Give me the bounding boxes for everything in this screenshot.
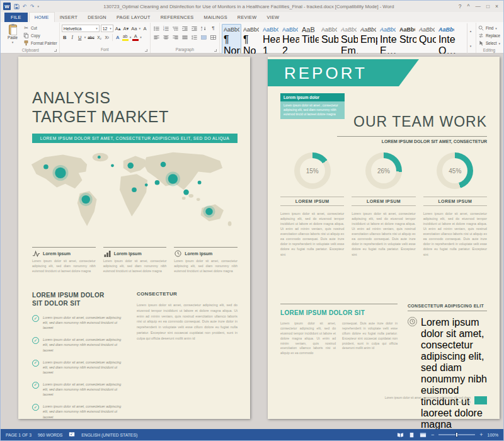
footer-note: Lorem ipsum dolor sit amet, consectetur … — [380, 396, 471, 404]
checklist-heading: LOREM IPSUM DOLOR SIT DOLOR SIT — [32, 291, 108, 307]
font-dialog-launcher-icon[interactable] — [145, 49, 147, 52]
replace-button[interactable]: Replace — [478, 32, 500, 39]
justify-button[interactable] — [181, 33, 189, 41]
donut-column: 45%LOREM IPSUMLorem ipsum dolor sit amet… — [423, 152, 487, 257]
align-center-button[interactable] — [162, 33, 170, 41]
font-row1-buttons: A▴A▾Aa▾A — [115, 25, 148, 32]
editing-group-label: Editing — [478, 47, 500, 53]
maximize-button[interactable]: □ — [486, 3, 490, 9]
word-logo-icon: W — [3, 3, 11, 10]
tab-insert[interactable]: INSERT — [55, 13, 83, 22]
zoom-slider-thumb[interactable] — [455, 432, 458, 437]
clear-formatting-button[interactable]: A — [142, 25, 148, 32]
shrink-font-button[interactable]: A▾ — [122, 25, 129, 32]
indent-button[interactable] — [190, 25, 198, 32]
borders-button[interactable] — [209, 33, 217, 41]
ribbon-options-button[interactable]: ^ — [467, 3, 469, 9]
language-indicator[interactable]: ENGLISH (UNITED STATES) — [81, 433, 137, 437]
print-layout-button[interactable] — [408, 432, 415, 438]
pilcrow-button[interactable]: ¶ — [209, 25, 217, 32]
minimize-button[interactable]: — — [475, 3, 481, 9]
styles-scroll-up-button[interactable]: ▴ — [467, 23, 474, 38]
donut-text: Lorem ipsum dolor sit amet, consectetur … — [352, 211, 415, 257]
save-icon[interactable] — [14, 4, 20, 9]
zoom-slider[interactable] — [438, 434, 475, 435]
zoom-in-button[interactable]: + — [479, 432, 483, 438]
svg-text:3: 3 — [163, 29, 164, 32]
underline-button[interactable]: U — [77, 33, 83, 41]
highlight-button[interactable]: ab — [122, 34, 129, 41]
info-box-title: Lorem ipsum dolor — [280, 93, 345, 101]
donut-chart-2: 26% — [365, 152, 402, 189]
info-item: Lorem ipsum dolor sit amet, consectetur … — [408, 317, 487, 429]
undo-icon[interactable]: ↶ — [23, 4, 27, 9]
styles-scroll-down-button[interactable]: ▾ — [467, 38, 474, 54]
subscript-button[interactable]: X₂ — [96, 33, 103, 41]
bar-chart-icon — [103, 250, 112, 257]
tab-mailings[interactable]: MAILINGS — [199, 13, 232, 22]
tab-review[interactable]: REVIEW — [232, 13, 262, 22]
font-color-button[interactable]: A — [132, 34, 139, 41]
shading-button[interactable] — [200, 33, 208, 41]
paragraph-dialog-launcher-icon[interactable] — [214, 49, 217, 52]
close-button[interactable]: × — [495, 3, 498, 9]
align-left-button[interactable] — [152, 33, 161, 41]
tab-file[interactable]: FILE — [4, 13, 28, 22]
tab-references[interactable]: REFERENCES — [156, 13, 199, 22]
word-count[interactable]: 960 WORDS — [38, 433, 62, 437]
align-right-button[interactable] — [171, 33, 180, 41]
line-spacing-button[interactable] — [190, 33, 198, 41]
tab-view[interactable]: VIEW — [261, 13, 284, 22]
bottom-left-col2: consequat. Duis aute irure dolor in repr… — [342, 321, 398, 356]
text-effects-button[interactable]: A — [115, 33, 121, 41]
redo-icon[interactable]: ↷ — [30, 4, 35, 9]
help-button[interactable]: ? — [459, 3, 462, 9]
bold-button[interactable]: B — [62, 33, 68, 41]
change-case-button[interactable]: Aa — [130, 25, 137, 32]
page-left[interactable]: ANALYSIS TARGET MARKET LOREM IPSUM DOLOR… — [18, 57, 250, 419]
format-painter-button[interactable]: Format Painter — [23, 40, 57, 47]
right-page-footer: Lorem ipsum dolor sit amet, consectetur … — [380, 396, 487, 404]
cut-button[interactable]: ✂Cut — [23, 25, 57, 32]
paste-icon — [9, 25, 17, 35]
tab-design[interactable]: DESIGN — [83, 13, 112, 22]
zoom-level[interactable]: 100% — [488, 433, 498, 437]
italic-button[interactable]: I — [69, 33, 76, 41]
outdent-button[interactable] — [181, 25, 189, 32]
clipboard-small-buttons: ✂CutCopyFormat Painter — [23, 23, 57, 47]
report-banner: REPORT — [268, 59, 419, 86]
bottom-left-heading: LOREM IPSUM DOLOR SIT — [280, 309, 398, 316]
quick-access-toolbar: W ↶ ↷ ▾ — [3, 3, 39, 10]
numbering-button[interactable]: 123 — [162, 25, 170, 32]
font-group-label: Font — [62, 46, 148, 53]
paste-button[interactable]: Paste ▾ — [4, 23, 21, 47]
paste-dropdown-icon[interactable]: ▾ — [12, 40, 14, 44]
grow-font-button[interactable]: A▴ — [115, 25, 122, 32]
web-layout-button[interactable] — [420, 432, 427, 438]
zoom-out-button[interactable]: − — [431, 432, 434, 438]
select-button[interactable]: Select▾ — [478, 40, 500, 47]
font-name-combo[interactable]: Helvetica▾ — [62, 25, 100, 32]
read-mode-button[interactable] — [397, 432, 404, 438]
bottom-right-items: Lorem ipsum dolor sit amet, consectetur … — [408, 317, 487, 429]
sort-button[interactable]: AZ — [200, 25, 208, 32]
page-indicator[interactable]: PAGE 1 OF 3 — [6, 433, 32, 437]
copy-button[interactable]: Copy — [23, 32, 57, 39]
chevron-down-icon: ▾ — [140, 35, 142, 39]
tab-home[interactable]: HOME — [29, 12, 55, 22]
bullets-button[interactable] — [152, 25, 161, 32]
ribbon: Paste ▾ ✂CutCopyFormat Painter Clipboard… — [1, 22, 503, 54]
replace-icon — [478, 33, 484, 38]
tab-page-layout[interactable]: PAGE LAYOUT — [112, 13, 156, 22]
stat-item: Lorem ipsumLorem ipsum dolor sit amet, c… — [174, 247, 238, 273]
donut-text: Lorem ipsum dolor sit amet, consectetur … — [423, 211, 487, 257]
strikethrough-button[interactable]: abc — [87, 33, 94, 41]
cut-icon: ✂ — [23, 25, 29, 31]
multilevel-button[interactable] — [171, 25, 180, 32]
clipboard-dialog-launcher-icon[interactable] — [54, 49, 57, 52]
superscript-button[interactable]: X² — [104, 33, 110, 41]
page-right[interactable]: REPORT Lorem ipsum dolor Lorem ipsum dol… — [268, 57, 500, 419]
find-button[interactable]: Find▾ — [478, 25, 500, 32]
proofing-icon[interactable] — [69, 432, 75, 438]
font-size-combo[interactable]: 12▾ — [101, 25, 113, 32]
